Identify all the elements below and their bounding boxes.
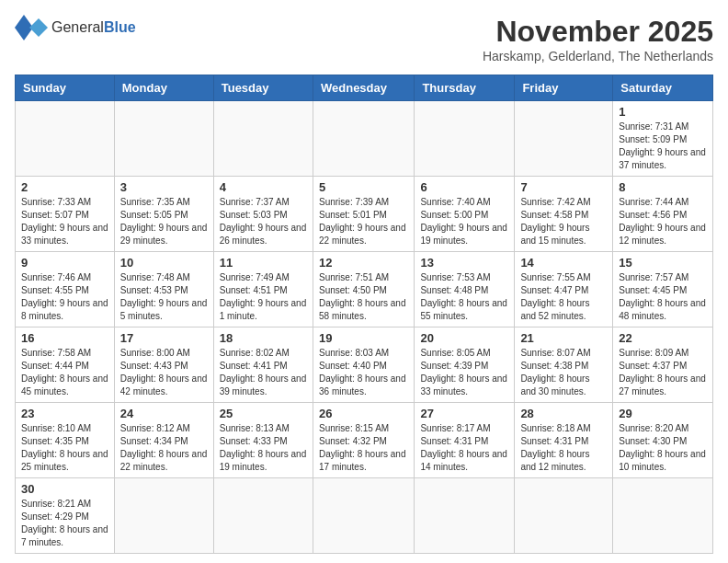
day-number: 18 xyxy=(220,331,307,345)
weekday-header-wednesday: Wednesday xyxy=(313,75,414,101)
day-info: Sunrise: 7:58 AM Sunset: 4:44 PM Dayligh… xyxy=(21,347,108,398)
day-number: 23 xyxy=(21,407,108,420)
calendar-cell: 1Sunrise: 7:31 AM Sunset: 5:09 PM Daylig… xyxy=(613,101,713,177)
calendar-cell: 22Sunrise: 8:09 AM Sunset: 4:37 PM Dayli… xyxy=(613,327,713,403)
day-info: Sunrise: 8:07 AM Sunset: 4:38 PM Dayligh… xyxy=(520,347,607,398)
logo-icon xyxy=(15,15,48,40)
weekday-header-row: SundayMondayTuesdayWednesdayThursdayFrid… xyxy=(16,75,713,101)
day-number: 28 xyxy=(520,407,607,420)
day-info: Sunrise: 7:53 AM Sunset: 4:48 PM Dayligh… xyxy=(420,271,508,323)
calendar-cell: 29Sunrise: 8:20 AM Sunset: 4:30 PM Dayli… xyxy=(613,403,713,478)
calendar-cell: 19Sunrise: 8:03 AM Sunset: 4:40 PM Dayli… xyxy=(313,327,414,403)
calendar-cell: 30Sunrise: 8:21 AM Sunset: 4:29 PM Dayli… xyxy=(16,478,115,554)
weekday-header-sunday: Sunday xyxy=(16,75,115,101)
calendar-cell xyxy=(515,101,613,177)
calendar-cell: 6Sunrise: 7:40 AM Sunset: 5:00 PM Daylig… xyxy=(415,177,515,252)
calendar-cell: 27Sunrise: 8:17 AM Sunset: 4:31 PM Dayli… xyxy=(415,403,515,478)
calendar-cell: 5Sunrise: 7:39 AM Sunset: 5:01 PM Daylig… xyxy=(313,177,414,252)
day-number: 17 xyxy=(120,331,208,345)
day-info: Sunrise: 8:00 AM Sunset: 4:43 PM Dayligh… xyxy=(120,347,208,398)
day-info: Sunrise: 7:37 AM Sunset: 5:03 PM Dayligh… xyxy=(220,196,307,247)
day-info: Sunrise: 7:31 AM Sunset: 5:09 PM Dayligh… xyxy=(619,121,707,172)
day-info: Sunrise: 8:20 AM Sunset: 4:30 PM Dayligh… xyxy=(619,422,707,474)
logo: GeneralBlue xyxy=(15,15,136,40)
day-number: 22 xyxy=(619,331,707,345)
calendar-table: SundayMondayTuesdayWednesdayThursdayFrid… xyxy=(15,75,713,554)
day-info: Sunrise: 7:40 AM Sunset: 5:00 PM Dayligh… xyxy=(420,196,508,247)
day-info: Sunrise: 8:17 AM Sunset: 4:31 PM Dayligh… xyxy=(420,422,508,474)
weekday-header-thursday: Thursday xyxy=(415,75,515,101)
day-number: 12 xyxy=(319,256,408,270)
calendar-cell: 24Sunrise: 8:12 AM Sunset: 4:34 PM Dayli… xyxy=(114,403,213,478)
calendar-cell: 18Sunrise: 8:02 AM Sunset: 4:41 PM Dayli… xyxy=(213,327,313,403)
weekday-header-friday: Friday xyxy=(515,75,613,101)
calendar-cell xyxy=(415,101,515,177)
day-number: 5 xyxy=(319,180,408,194)
calendar-cell: 9Sunrise: 7:46 AM Sunset: 4:55 PM Daylig… xyxy=(16,252,115,327)
day-number: 6 xyxy=(420,180,508,194)
day-number: 4 xyxy=(220,180,307,194)
calendar-cell: 17Sunrise: 8:00 AM Sunset: 4:43 PM Dayli… xyxy=(114,327,213,403)
week-row-2: 2Sunrise: 7:33 AM Sunset: 5:07 PM Daylig… xyxy=(16,177,713,252)
calendar-cell xyxy=(515,478,613,554)
day-number: 7 xyxy=(520,180,607,194)
calendar-cell: 23Sunrise: 8:10 AM Sunset: 4:35 PM Dayli… xyxy=(16,403,115,478)
day-number: 24 xyxy=(120,407,208,420)
day-number: 10 xyxy=(120,256,208,270)
day-number: 9 xyxy=(21,256,108,270)
logo-text: GeneralBlue xyxy=(51,19,136,36)
calendar-cell xyxy=(415,478,515,554)
day-info: Sunrise: 7:39 AM Sunset: 5:01 PM Dayligh… xyxy=(319,196,408,247)
calendar-cell: 10Sunrise: 7:48 AM Sunset: 4:53 PM Dayli… xyxy=(114,252,213,327)
day-number: 27 xyxy=(420,407,508,420)
day-info: Sunrise: 7:48 AM Sunset: 4:53 PM Dayligh… xyxy=(120,271,208,323)
calendar-cell: 21Sunrise: 8:07 AM Sunset: 4:38 PM Dayli… xyxy=(515,327,613,403)
week-row-3: 9Sunrise: 7:46 AM Sunset: 4:55 PM Daylig… xyxy=(16,252,713,327)
day-number: 2 xyxy=(21,180,108,194)
weekday-header-saturday: Saturday xyxy=(613,75,713,101)
day-number: 14 xyxy=(520,256,607,270)
calendar-cell: 16Sunrise: 7:58 AM Sunset: 4:44 PM Dayli… xyxy=(16,327,115,403)
day-number: 15 xyxy=(619,256,707,270)
day-number: 21 xyxy=(520,331,607,345)
calendar-cell: 11Sunrise: 7:49 AM Sunset: 4:51 PM Dayli… xyxy=(213,252,313,327)
calendar-cell: 2Sunrise: 7:33 AM Sunset: 5:07 PM Daylig… xyxy=(16,177,115,252)
week-row-4: 16Sunrise: 7:58 AM Sunset: 4:44 PM Dayli… xyxy=(16,327,713,403)
day-info: Sunrise: 8:12 AM Sunset: 4:34 PM Dayligh… xyxy=(120,422,208,474)
calendar-cell xyxy=(16,101,115,177)
calendar-cell: 20Sunrise: 8:05 AM Sunset: 4:39 PM Dayli… xyxy=(415,327,515,403)
day-number: 26 xyxy=(319,407,408,420)
svg-marker-1 xyxy=(29,18,48,37)
day-number: 29 xyxy=(619,407,707,420)
calendar-cell xyxy=(613,478,713,554)
day-info: Sunrise: 7:51 AM Sunset: 4:50 PM Dayligh… xyxy=(319,271,408,323)
day-number: 19 xyxy=(319,331,408,345)
calendar-cell xyxy=(313,478,414,554)
calendar-cell: 7Sunrise: 7:42 AM Sunset: 4:58 PM Daylig… xyxy=(515,177,613,252)
day-number: 8 xyxy=(619,180,707,194)
day-info: Sunrise: 8:18 AM Sunset: 4:31 PM Dayligh… xyxy=(520,422,607,474)
calendar-cell: 15Sunrise: 7:57 AM Sunset: 4:45 PM Dayli… xyxy=(613,252,713,327)
day-info: Sunrise: 8:03 AM Sunset: 4:40 PM Dayligh… xyxy=(319,347,408,398)
day-info: Sunrise: 7:42 AM Sunset: 4:58 PM Dayligh… xyxy=(520,196,607,247)
calendar-title: November 2025 xyxy=(483,15,713,49)
calendar-cell: 28Sunrise: 8:18 AM Sunset: 4:31 PM Dayli… xyxy=(515,403,613,478)
calendar-cell: 25Sunrise: 8:13 AM Sunset: 4:33 PM Dayli… xyxy=(213,403,313,478)
day-number: 13 xyxy=(420,256,508,270)
day-info: Sunrise: 8:21 AM Sunset: 4:29 PM Dayligh… xyxy=(21,498,108,549)
day-info: Sunrise: 8:13 AM Sunset: 4:33 PM Dayligh… xyxy=(220,422,307,474)
weekday-header-tuesday: Tuesday xyxy=(213,75,313,101)
day-info: Sunrise: 7:55 AM Sunset: 4:47 PM Dayligh… xyxy=(520,271,607,323)
day-info: Sunrise: 7:49 AM Sunset: 4:51 PM Dayligh… xyxy=(220,271,307,323)
day-info: Sunrise: 7:44 AM Sunset: 4:56 PM Dayligh… xyxy=(619,196,707,247)
day-number: 20 xyxy=(420,331,508,345)
calendar-cell: 12Sunrise: 7:51 AM Sunset: 4:50 PM Dayli… xyxy=(313,252,414,327)
day-info: Sunrise: 7:35 AM Sunset: 5:05 PM Dayligh… xyxy=(120,196,208,247)
week-row-5: 23Sunrise: 8:10 AM Sunset: 4:35 PM Dayli… xyxy=(16,403,713,478)
day-info: Sunrise: 8:15 AM Sunset: 4:32 PM Dayligh… xyxy=(319,422,408,474)
day-info: Sunrise: 7:46 AM Sunset: 4:55 PM Dayligh… xyxy=(21,271,108,323)
day-number: 30 xyxy=(21,482,108,496)
calendar-subtitle: Harskamp, Gelderland, The Netherlands xyxy=(483,49,713,63)
day-info: Sunrise: 8:05 AM Sunset: 4:39 PM Dayligh… xyxy=(420,347,508,398)
day-number: 25 xyxy=(220,407,307,420)
